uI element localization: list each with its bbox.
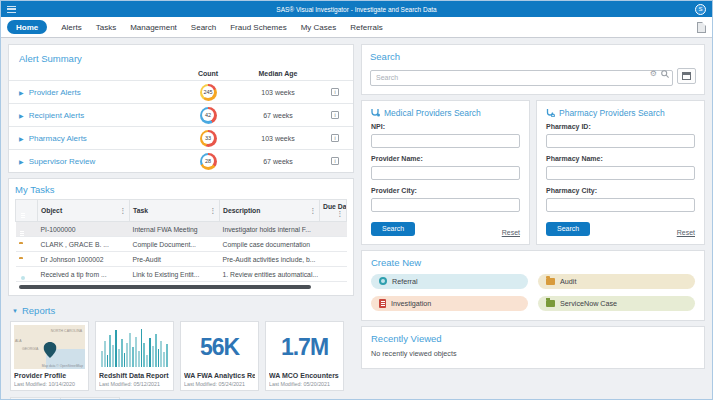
task-object: PI-1000000 <box>38 222 130 237</box>
chevron-right-icon[interactable]: ▶ <box>19 112 24 119</box>
task-due-date <box>320 222 347 237</box>
audit-folder-icon <box>546 278 555 285</box>
medical-providers-search-panel: Medical Providers Search NPI: Provider N… <box>361 100 530 245</box>
report-tile-wa-mco[interactable]: 1.7M WA MCO Encounters ... Last Modified… <box>265 321 344 391</box>
alert-row-provider[interactable]: ▶ Provider Alerts 245 103 weeks <box>9 80 353 103</box>
report-tile-wa-fwa[interactable]: 56K WA FWA Analytics Re... Last Modified… <box>180 321 259 391</box>
column-menu-icon[interactable]: ⋮ <box>310 207 317 215</box>
column-menu-icon[interactable]: ⋮ <box>210 207 217 215</box>
investigation-icon <box>379 299 386 308</box>
tab-referrals[interactable]: Referrals <box>350 23 382 32</box>
alert-row-label[interactable]: Pharmacy Alerts <box>29 134 87 143</box>
object-column-header[interactable]: Object⋮ <box>38 200 130 222</box>
pharmacy-city-input[interactable] <box>546 198 695 212</box>
medical-search-button[interactable]: Search <box>371 222 415 236</box>
provider-city-input[interactable] <box>371 198 520 212</box>
task-name: Compile Document... <box>130 237 220 252</box>
create-referral-button[interactable]: Referral <box>371 274 528 289</box>
median-age-value: 103 weeks <box>239 135 317 142</box>
create-servicenow-case-button[interactable]: ServiceNow Case <box>538 296 695 311</box>
tab-management[interactable]: Management <box>130 23 177 32</box>
npi-label: NPI: <box>371 123 520 130</box>
pharmacy-name-input[interactable] <box>546 166 695 180</box>
report-modified: Last Modified: 10/14/2020 <box>14 381 85 387</box>
recently-viewed-title: Recently Viewed <box>371 333 695 344</box>
right-column: Search ⚙ <box>361 44 705 395</box>
chevron-right-icon[interactable]: ▶ <box>19 158 24 165</box>
search-input[interactable] <box>370 70 673 86</box>
task-due-date <box>320 237 347 252</box>
map-label: GEORGIA <box>22 347 38 351</box>
alert-row-label[interactable]: Provider Alerts <box>29 88 81 97</box>
metric-value: 1.7M <box>281 334 328 361</box>
pharmacy-name-label: Pharmacy Name: <box>546 155 695 162</box>
reports-section: ▼ Reports NORTH CAROLINA GEORGIA ALA <box>8 301 354 400</box>
pharmacy-providers-search-panel: Pharmacy Providers Search Pharmacy ID: P… <box>536 100 705 245</box>
due-date-column-header[interactable]: Due Date⋮ <box>320 200 347 222</box>
alert-row-label[interactable]: Supervisor Review <box>29 157 96 166</box>
tab-my-cases[interactable]: My Cases <box>301 23 337 32</box>
map-preview: NORTH CAROLINA GEORGIA ALA Map data © Op… <box>14 325 85 369</box>
pharmacy-search-title: Pharmacy Providers Search <box>559 108 665 118</box>
column-menu-icon[interactable]: ⋮ <box>337 210 344 218</box>
task-object: Dr Johnson 1000002 <box>38 252 130 267</box>
create-audit-button[interactable]: Audit <box>538 274 695 289</box>
advanced-search-button[interactable] <box>677 68 696 84</box>
tab-search[interactable]: Search <box>191 23 216 32</box>
reports-title[interactable]: Reports <box>22 305 55 316</box>
bar-chart-preview <box>99 325 170 369</box>
median-age-value: 103 weeks <box>239 89 317 96</box>
report-name: Provider Profile <box>14 372 85 379</box>
content-area: Alert Summary Count Median Age ▶ Provide… <box>1 38 712 400</box>
alert-row-supervisor[interactable]: ▶ Supervisor Review 28 67 weeks <box>9 149 353 172</box>
column-menu-icon[interactable]: ⋮ <box>120 207 127 215</box>
info-icon[interactable] <box>331 111 339 119</box>
search-icon[interactable] <box>661 70 669 78</box>
advanced-search-icon <box>682 72 691 80</box>
pharmacy-search-button[interactable]: Search <box>546 222 590 236</box>
type-column-header[interactable] <box>16 200 38 222</box>
app-window: SAS® Visual Investigator - Investigate a… <box>0 0 713 400</box>
pharmacy-providers-icon <box>546 108 555 117</box>
task-row[interactable]: Dr Johnson 1000002 Pre-Audit Pre-Audit a… <box>16 252 347 267</box>
page-options-icon[interactable] <box>697 22 706 33</box>
tab-fraud-schemes[interactable]: Fraud Schemes <box>230 23 286 32</box>
task-row[interactable]: PI-1000000 Internal FWA Meeting Investig… <box>16 222 347 237</box>
search-settings-icon[interactable]: ⚙ <box>650 70 657 78</box>
my-tasks-card: My Tasks Object⋮ Task⋮ Description⋮ Due … <box>8 178 354 296</box>
provider-name-input[interactable] <box>371 166 520 180</box>
pharmacy-id-input[interactable] <box>546 134 695 148</box>
create-investigation-button[interactable]: Investigation <box>371 296 528 311</box>
report-tile-redshift[interactable]: Redshift Data Report Last Modified: 05/1… <box>95 321 174 391</box>
horizontal-scrollbar[interactable] <box>19 285 311 289</box>
info-icon[interactable] <box>331 88 339 96</box>
provider-search-panels: Medical Providers Search NPI: Provider N… <box>361 100 705 245</box>
medical-reset-link[interactable]: Reset <box>502 229 520 236</box>
task-row[interactable]: CLARK , GRACE B. ... Compile Document...… <box>16 237 347 252</box>
description-column-header[interactable]: Description⋮ <box>220 200 320 222</box>
tab-home[interactable]: Home <box>7 20 47 34</box>
tab-tasks[interactable]: Tasks <box>96 23 116 32</box>
create-new-card: Create New Referral Audit Investigation <box>361 250 705 321</box>
task-name: Internal FWA Meeting <box>130 222 220 237</box>
medical-search-title: Medical Providers Search <box>384 108 481 118</box>
tab-alerts[interactable]: Alerts <box>61 23 81 32</box>
alert-row-pharmacy[interactable]: ▶ Pharmacy Alerts 33 103 weeks <box>9 126 353 149</box>
task-object: CLARK , GRACE B. ... <box>38 237 130 252</box>
chevron-right-icon[interactable]: ▶ <box>19 135 24 142</box>
alert-summary-header: Count Median Age <box>9 68 353 80</box>
pharmacy-reset-link[interactable]: Reset <box>677 229 695 236</box>
alert-row-recipient[interactable]: ▶ Recipient Alerts 42 67 weeks <box>9 103 353 126</box>
alert-row-label[interactable]: Recipient Alerts <box>29 111 85 120</box>
task-column-header[interactable]: Task⋮ <box>130 200 220 222</box>
task-row[interactable]: Received a tip from ... Link to Existing… <box>16 267 347 282</box>
report-tile-provider-profile[interactable]: NORTH CAROLINA GEORGIA ALA Map data © Op… <box>10 321 89 391</box>
task-name: Link to Existing Entit... <box>130 267 220 282</box>
chevron-right-icon[interactable]: ▶ <box>19 89 24 96</box>
npi-input[interactable] <box>371 134 520 148</box>
main-nav: Home Alerts Tasks Management Search Frau… <box>1 17 712 38</box>
map-label: ALA <box>15 339 22 343</box>
collapse-triangle-icon[interactable]: ▼ <box>12 308 18 314</box>
info-icon[interactable] <box>331 134 339 142</box>
info-icon[interactable] <box>331 157 339 165</box>
